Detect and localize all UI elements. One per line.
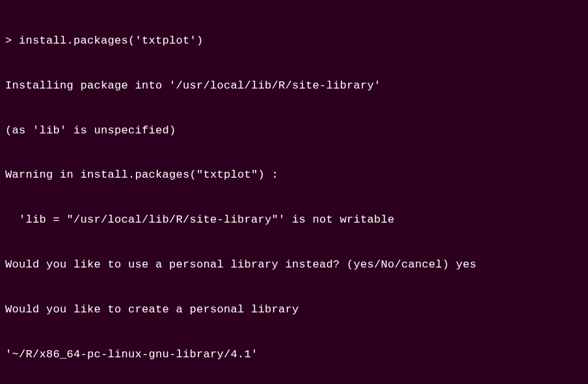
terminal-line: Would you like to use a personal library… xyxy=(5,258,583,273)
terminal-line: Installing package into '/usr/local/lib/… xyxy=(5,79,583,94)
terminal-line: Would you like to create a personal libr… xyxy=(5,303,583,318)
terminal-line: Warning in install.packages("txtplot") : xyxy=(5,168,583,183)
terminal-line: '~/R/x86_64-pc-linux-gnu-library/4.1' xyxy=(5,348,583,363)
terminal-line: > install.packages('txtplot') xyxy=(5,34,583,49)
terminal-line: (as 'lib' is unspecified) xyxy=(5,124,583,139)
terminal-line: 'lib = "/usr/local/lib/R/site-library"' … xyxy=(5,213,583,228)
terminal-output[interactable]: > install.packages('txtplot') Installing… xyxy=(5,4,583,384)
